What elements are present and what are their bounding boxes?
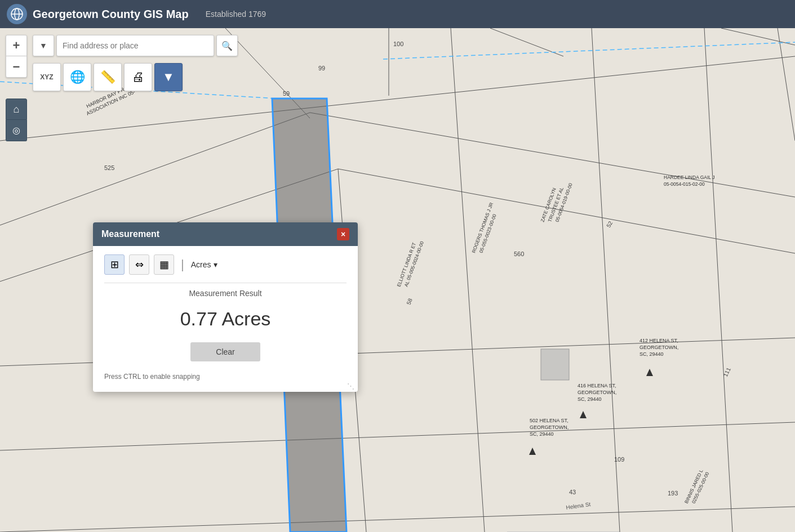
search-input[interactable] bbox=[56, 35, 214, 56]
svg-text:HARDEE LINDA GAIL J: HARDEE LINDA GAIL J bbox=[664, 175, 714, 180]
unit-dropdown-icon: ▾ bbox=[214, 260, 217, 269]
search-icon: 🔍 bbox=[221, 41, 233, 51]
measurement-panel-body: ⊞ ⇔ ▦ | Acres ▾ Measurement Result 0.77 … bbox=[93, 246, 358, 392]
svg-text:43: 43 bbox=[569, 489, 576, 495]
svg-text:560: 560 bbox=[514, 251, 524, 257]
svg-text:GEORGETOWN,: GEORGETOWN, bbox=[578, 390, 616, 395]
measurement-panel: Measurement × ⊞ ⇔ ▦ | Acres ▾ Me bbox=[93, 222, 358, 392]
zoom-out-icon: − bbox=[13, 60, 20, 74]
left-vert-buttons: ⌂ ◎ bbox=[6, 99, 27, 141]
result-label: Measurement Result bbox=[104, 289, 347, 298]
svg-text:502 HELENA ST,: 502 HELENA ST, bbox=[530, 418, 569, 423]
nav-tools-row: XYZ 🌐 📏 🖨 ▼ bbox=[33, 63, 183, 91]
svg-text:99: 99 bbox=[318, 65, 325, 71]
svg-text:SC, 29440: SC, 29440 bbox=[578, 396, 602, 402]
ruler-button[interactable]: 📏 bbox=[94, 63, 122, 91]
svg-text:412 HELENA ST,: 412 HELENA ST, bbox=[639, 338, 678, 343]
app-subtitle: Established 1769 bbox=[206, 10, 266, 19]
svg-text:193: 193 bbox=[668, 490, 678, 497]
filter-icon: ▼ bbox=[162, 70, 175, 84]
measurement-result-value: 0.77 Acres bbox=[104, 308, 347, 330]
result-divider bbox=[104, 283, 347, 283]
svg-text:GEORGETOWN,: GEORGETOWN, bbox=[639, 345, 678, 350]
snap-hint: Press CTRL to enable snapping bbox=[104, 373, 347, 381]
home-icon: ⌂ bbox=[14, 104, 20, 115]
distance-tool-button[interactable]: ⇔ bbox=[129, 254, 149, 275]
zoom-out-button[interactable]: − bbox=[6, 56, 27, 78]
svg-text:416 HELENA ST,: 416 HELENA ST, bbox=[578, 383, 616, 388]
xyz-button[interactable]: XYZ bbox=[33, 63, 61, 91]
svg-rect-25 bbox=[541, 349, 569, 380]
coordinate-tool-icon: ▦ bbox=[159, 258, 169, 271]
print-button[interactable]: 🖨 bbox=[124, 63, 152, 91]
measurement-panel-header: Measurement × bbox=[93, 222, 358, 246]
svg-text:GEORGETOWN,: GEORGETOWN, bbox=[530, 424, 569, 430]
resize-handle[interactable]: ⋱ bbox=[347, 382, 354, 390]
print-icon: 🖨 bbox=[132, 70, 144, 84]
tools-divider: | bbox=[181, 257, 184, 272]
measurement-close-button[interactable]: × bbox=[337, 228, 349, 240]
svg-text:05-0054-015-02-00: 05-0054-015-02-00 bbox=[664, 181, 705, 187]
app-logo bbox=[7, 4, 27, 24]
globe-icon: 🌐 bbox=[70, 70, 85, 84]
svg-text:59: 59 bbox=[283, 90, 290, 97]
search-row: ▼ 🔍 bbox=[33, 35, 238, 56]
xyz-label: XYZ bbox=[40, 73, 53, 81]
filter-button[interactable]: ▼ bbox=[154, 63, 183, 91]
zoom-controls: + − bbox=[6, 35, 27, 78]
svg-text:SC, 29440: SC, 29440 bbox=[639, 351, 664, 357]
search-dropdown-button[interactable]: ▼ bbox=[33, 35, 54, 56]
svg-text:525: 525 bbox=[104, 164, 114, 171]
locate-icon: ◎ bbox=[12, 125, 20, 136]
coordinate-tool-button[interactable]: ▦ bbox=[154, 254, 174, 275]
unit-selector[interactable]: Acres ▾ bbox=[191, 260, 217, 269]
area-tool-icon: ⊞ bbox=[110, 258, 119, 271]
dropdown-arrow-icon: ▼ bbox=[39, 41, 47, 50]
svg-text:109: 109 bbox=[614, 456, 624, 463]
area-tool-button[interactable]: ⊞ bbox=[104, 254, 125, 275]
app-title: Georgetown County GIS Map bbox=[33, 8, 189, 21]
unit-label: Acres bbox=[191, 260, 211, 269]
zoom-in-icon: + bbox=[13, 38, 20, 53]
globe-button[interactable]: 🌐 bbox=[63, 63, 91, 91]
app-header: Georgetown County GIS Map Established 17… bbox=[0, 0, 795, 28]
clear-button[interactable]: Clear bbox=[190, 342, 260, 361]
ruler-icon: 📏 bbox=[100, 70, 116, 84]
home-button[interactable]: ⌂ bbox=[6, 99, 27, 120]
measurement-title: Measurement bbox=[101, 229, 159, 239]
measurement-tools-row: ⊞ ⇔ ▦ | Acres ▾ bbox=[104, 254, 347, 275]
search-button[interactable]: 🔍 bbox=[216, 35, 238, 56]
locate-button[interactable]: ◎ bbox=[6, 120, 27, 141]
svg-text:SC, 29440: SC, 29440 bbox=[530, 431, 554, 437]
close-icon: × bbox=[341, 230, 345, 239]
svg-text:100: 100 bbox=[393, 41, 403, 47]
zoom-in-button[interactable]: + bbox=[6, 35, 27, 56]
distance-tool-icon: ⇔ bbox=[135, 258, 144, 271]
